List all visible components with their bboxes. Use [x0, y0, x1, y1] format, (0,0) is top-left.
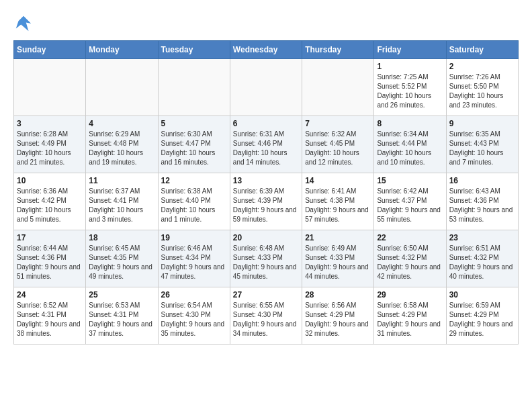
day-number: 17 — [17, 233, 83, 242]
calendar-day: 30Sunrise: 6:59 AM Sunset: 4:29 PM Dayli… — [446, 287, 518, 345]
calendar-day: 24Sunrise: 6:52 AM Sunset: 4:31 PM Dayli… — [14, 287, 86, 345]
day-header-monday: Monday — [86, 41, 158, 59]
day-info: Sunrise: 6:46 AM Sunset: 4:34 PM Dayligh… — [161, 244, 227, 281]
day-header-wednesday: Wednesday — [230, 41, 302, 59]
day-info: Sunrise: 6:30 AM Sunset: 4:47 PM Dayligh… — [161, 130, 227, 167]
calendar-day: 20Sunrise: 6:48 AM Sunset: 4:33 PM Dayli… — [230, 230, 302, 287]
day-header-friday: Friday — [374, 41, 446, 59]
calendar-table: SundayMondayTuesdayWednesdayThursdayFrid… — [13, 40, 519, 345]
day-number: 27 — [233, 290, 299, 300]
day-info: Sunrise: 6:41 AM Sunset: 4:38 PM Dayligh… — [305, 187, 371, 224]
day-number: 5 — [161, 119, 227, 128]
calendar-day: 28Sunrise: 6:56 AM Sunset: 4:29 PM Dayli… — [302, 287, 374, 345]
calendar-day: 9Sunrise: 6:35 AM Sunset: 4:43 PM Daylig… — [446, 116, 518, 173]
day-info: Sunrise: 6:39 AM Sunset: 4:39 PM Dayligh… — [233, 187, 299, 224]
calendar-day: 8Sunrise: 6:34 AM Sunset: 4:44 PM Daylig… — [374, 116, 446, 173]
day-info: Sunrise: 7:25 AM Sunset: 5:52 PM Dayligh… — [377, 73, 443, 110]
day-info: Sunrise: 6:58 AM Sunset: 4:29 PM Dayligh… — [377, 301, 443, 338]
calendar-week-2: 3Sunrise: 6:28 AM Sunset: 4:49 PM Daylig… — [14, 116, 519, 173]
calendar-day: 6Sunrise: 6:31 AM Sunset: 4:46 PM Daylig… — [230, 116, 302, 173]
day-number: 16 — [449, 176, 515, 185]
day-number: 30 — [449, 290, 515, 300]
calendar-day — [86, 59, 158, 116]
day-info: Sunrise: 6:59 AM Sunset: 4:29 PM Dayligh… — [449, 301, 515, 338]
day-info: Sunrise: 6:44 AM Sunset: 4:36 PM Dayligh… — [17, 244, 83, 281]
calendar-day: 2Sunrise: 7:26 AM Sunset: 5:50 PM Daylig… — [446, 59, 518, 116]
logo-icon — [13, 13, 34, 34]
day-number: 22 — [377, 233, 443, 242]
day-number: 12 — [161, 176, 227, 185]
day-header-tuesday: Tuesday — [158, 41, 230, 59]
calendar-day — [158, 59, 230, 116]
day-number: 3 — [17, 119, 83, 128]
calendar-header-row: SundayMondayTuesdayWednesdayThursdayFrid… — [14, 41, 519, 59]
calendar-day: 17Sunrise: 6:44 AM Sunset: 4:36 PM Dayli… — [14, 230, 86, 287]
calendar-day: 18Sunrise: 6:45 AM Sunset: 4:35 PM Dayli… — [86, 230, 158, 287]
calendar-day — [302, 59, 374, 116]
day-info: Sunrise: 6:55 AM Sunset: 4:30 PM Dayligh… — [233, 301, 299, 338]
day-header-sunday: Sunday — [14, 41, 86, 59]
calendar-day: 21Sunrise: 6:49 AM Sunset: 4:33 PM Dayli… — [302, 230, 374, 287]
calendar-day: 14Sunrise: 6:41 AM Sunset: 4:38 PM Dayli… — [302, 173, 374, 230]
calendar-day: 13Sunrise: 6:39 AM Sunset: 4:39 PM Dayli… — [230, 173, 302, 230]
calendar-day: 16Sunrise: 6:43 AM Sunset: 4:36 PM Dayli… — [446, 173, 518, 230]
day-number: 28 — [305, 290, 371, 300]
day-number: 18 — [89, 233, 154, 242]
day-info: Sunrise: 6:42 AM Sunset: 4:37 PM Dayligh… — [377, 187, 443, 224]
day-info: Sunrise: 6:36 AM Sunset: 4:42 PM Dayligh… — [17, 187, 83, 224]
calendar-day: 3Sunrise: 6:28 AM Sunset: 4:49 PM Daylig… — [14, 116, 86, 173]
day-info: Sunrise: 6:38 AM Sunset: 4:40 PM Dayligh… — [161, 187, 227, 224]
day-info: Sunrise: 6:53 AM Sunset: 4:31 PM Dayligh… — [89, 301, 154, 338]
calendar-day: 1Sunrise: 7:25 AM Sunset: 5:52 PM Daylig… — [374, 59, 446, 116]
day-info: Sunrise: 6:49 AM Sunset: 4:33 PM Dayligh… — [305, 244, 371, 281]
calendar-day: 10Sunrise: 6:36 AM Sunset: 4:42 PM Dayli… — [14, 173, 86, 230]
day-info: Sunrise: 6:34 AM Sunset: 4:44 PM Dayligh… — [377, 130, 443, 167]
calendar-day: 4Sunrise: 6:29 AM Sunset: 4:48 PM Daylig… — [86, 116, 158, 173]
calendar-day: 12Sunrise: 6:38 AM Sunset: 4:40 PM Dayli… — [158, 173, 230, 230]
day-info: Sunrise: 6:35 AM Sunset: 4:43 PM Dayligh… — [449, 130, 515, 167]
day-number: 8 — [377, 119, 443, 128]
day-number: 25 — [89, 290, 154, 300]
day-info: Sunrise: 6:45 AM Sunset: 4:35 PM Dayligh… — [89, 244, 154, 281]
calendar-day — [230, 59, 302, 116]
day-number: 24 — [17, 290, 83, 300]
calendar-day: 15Sunrise: 6:42 AM Sunset: 4:37 PM Dayli… — [374, 173, 446, 230]
calendar-day: 22Sunrise: 6:50 AM Sunset: 4:32 PM Dayli… — [374, 230, 446, 287]
day-number: 13 — [233, 176, 299, 185]
day-number: 20 — [233, 233, 299, 242]
day-number: 26 — [161, 290, 227, 300]
day-number: 29 — [377, 290, 443, 300]
page-header — [13, 13, 519, 34]
day-number: 19 — [161, 233, 227, 242]
day-info: Sunrise: 6:52 AM Sunset: 4:31 PM Dayligh… — [17, 301, 83, 338]
calendar-day: 5Sunrise: 6:30 AM Sunset: 4:47 PM Daylig… — [158, 116, 230, 173]
calendar-day: 27Sunrise: 6:55 AM Sunset: 4:30 PM Dayli… — [230, 287, 302, 345]
day-info: Sunrise: 6:48 AM Sunset: 4:33 PM Dayligh… — [233, 244, 299, 281]
day-info: Sunrise: 6:32 AM Sunset: 4:45 PM Dayligh… — [305, 130, 371, 167]
day-info: Sunrise: 6:51 AM Sunset: 4:32 PM Dayligh… — [449, 244, 515, 281]
calendar-week-5: 24Sunrise: 6:52 AM Sunset: 4:31 PM Dayli… — [14, 287, 519, 345]
day-number: 14 — [305, 176, 371, 185]
logo — [13, 13, 36, 34]
day-header-saturday: Saturday — [446, 41, 518, 59]
day-info: Sunrise: 6:54 AM Sunset: 4:30 PM Dayligh… — [161, 301, 227, 338]
day-info: Sunrise: 6:50 AM Sunset: 4:32 PM Dayligh… — [377, 244, 443, 281]
calendar-day: 25Sunrise: 6:53 AM Sunset: 4:31 PM Dayli… — [86, 287, 158, 345]
day-number: 7 — [305, 119, 371, 128]
day-info: Sunrise: 6:37 AM Sunset: 4:41 PM Dayligh… — [89, 187, 154, 224]
day-info: Sunrise: 6:43 AM Sunset: 4:36 PM Dayligh… — [449, 187, 515, 224]
calendar-day: 19Sunrise: 6:46 AM Sunset: 4:34 PM Dayli… — [158, 230, 230, 287]
day-number: 21 — [305, 233, 371, 242]
calendar-day — [14, 59, 86, 116]
calendar-week-4: 17Sunrise: 6:44 AM Sunset: 4:36 PM Dayli… — [14, 230, 519, 287]
day-number: 15 — [377, 176, 443, 185]
day-info: Sunrise: 6:31 AM Sunset: 4:46 PM Dayligh… — [233, 130, 299, 167]
day-info: Sunrise: 6:56 AM Sunset: 4:29 PM Dayligh… — [305, 301, 371, 338]
calendar-day: 29Sunrise: 6:58 AM Sunset: 4:29 PM Dayli… — [374, 287, 446, 345]
day-number: 10 — [17, 176, 83, 185]
svg-marker-0 — [16, 16, 32, 32]
day-info: Sunrise: 7:26 AM Sunset: 5:50 PM Dayligh… — [449, 73, 515, 110]
day-number: 9 — [449, 119, 515, 128]
day-info: Sunrise: 6:28 AM Sunset: 4:49 PM Dayligh… — [17, 130, 83, 167]
day-number: 11 — [89, 176, 154, 185]
